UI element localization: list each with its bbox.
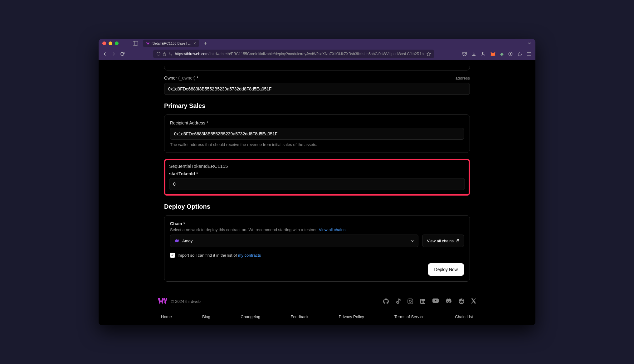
tab-title: [Beta] ERC1155 Base | Publishe xyxy=(152,41,192,45)
footer-link-feedback[interactable]: Feedback xyxy=(290,314,308,319)
start-token-input[interactable] xyxy=(169,178,465,190)
browser-tab[interactable]: [Beta] ERC1155 Base | Publishe × xyxy=(143,40,199,47)
footer: © 2024 thirdweb Home Blog xyxy=(99,288,535,325)
svg-point-26 xyxy=(459,301,460,302)
reddit-icon[interactable] xyxy=(459,298,464,304)
recipient-help: The wallet address that should receive t… xyxy=(170,142,464,147)
svg-rect-2 xyxy=(163,54,166,56)
x-twitter-icon[interactable] xyxy=(471,298,476,304)
partial-box-top xyxy=(164,66,470,70)
svg-point-17 xyxy=(412,300,412,300)
minimize-window-button[interactable] xyxy=(109,41,112,45)
chevron-down-icon xyxy=(411,239,414,243)
copyright-text: © 2024 thirdweb xyxy=(171,299,201,304)
svg-point-16 xyxy=(409,300,412,303)
svg-point-3 xyxy=(169,53,170,54)
github-icon[interactable] xyxy=(383,298,389,304)
primary-sales-box: Recipient Address * The wallet address t… xyxy=(164,114,470,153)
svg-rect-0 xyxy=(133,41,138,46)
svg-rect-15 xyxy=(408,299,413,304)
back-button[interactable] xyxy=(102,51,107,56)
puzzle-icon[interactable] xyxy=(517,51,522,56)
metamask-icon[interactable] xyxy=(490,51,496,56)
svg-point-25 xyxy=(462,301,462,302)
settings-toggle-icon xyxy=(168,52,173,56)
discord-icon[interactable] xyxy=(446,298,452,304)
view-all-chains-button[interactable]: View all chains xyxy=(422,235,464,247)
owner-label: Owner (_owner) * xyxy=(164,75,198,80)
new-tab-button[interactable]: + xyxy=(204,41,207,46)
svg-point-9 xyxy=(510,53,511,55)
download-icon[interactable] xyxy=(471,51,476,56)
maximize-window-button[interactable] xyxy=(115,41,119,45)
svg-point-7 xyxy=(482,52,484,54)
url-text: https://thirdweb.com/thirdweb.eth/ERC115… xyxy=(175,52,424,56)
tab-favicon-icon xyxy=(146,41,150,45)
sidebar-toggle-icon[interactable] xyxy=(133,41,138,46)
url-bar[interactable]: https://thirdweb.com/thirdweb.eth/ERC115… xyxy=(153,50,434,58)
shield-icon xyxy=(156,52,161,56)
svg-rect-20 xyxy=(421,301,422,303)
primary-sales-title: Primary Sales xyxy=(164,102,470,109)
extension-icon-2[interactable] xyxy=(508,51,513,56)
tab-close-icon[interactable]: × xyxy=(193,41,196,46)
footer-link-privacy[interactable]: Privacy Policy xyxy=(339,314,364,319)
tiktok-icon[interactable] xyxy=(396,298,401,304)
menu-icon[interactable] xyxy=(527,51,532,56)
sequential-title: SequentialTokenIdERC1155 xyxy=(169,163,465,169)
deploy-options-box: Chain * Select a network to deploy this … xyxy=(164,215,470,282)
external-link-icon xyxy=(456,239,459,243)
extension-icon-1[interactable]: ◆ xyxy=(500,51,504,56)
my-contracts-link[interactable]: my contracts xyxy=(238,253,261,258)
traffic-lights xyxy=(102,41,119,45)
deploy-now-button[interactable]: Deploy Now xyxy=(428,263,464,276)
chain-select[interactable]: Amoy xyxy=(170,235,418,247)
footer-link-changelog[interactable]: Changelog xyxy=(241,314,260,319)
social-icons xyxy=(383,298,476,304)
bookmark-icon[interactable] xyxy=(427,52,431,56)
owner-field: Owner (_owner) * address xyxy=(164,75,470,95)
chain-value: Amoy xyxy=(182,239,193,243)
toolbar: https://thirdweb.com/thirdweb.eth/ERC115… xyxy=(99,48,535,60)
footer-link-chainlist[interactable]: Chain List xyxy=(455,314,473,319)
pocket-icon[interactable] xyxy=(462,51,467,56)
svg-point-27 xyxy=(463,301,464,302)
view-all-chains-link[interactable]: View all chains xyxy=(319,227,346,232)
owner-input[interactable] xyxy=(164,83,470,95)
linkedin-icon[interactable] xyxy=(420,298,426,304)
chain-label: Chain * xyxy=(170,221,185,226)
footer-link-home[interactable]: Home xyxy=(161,314,172,319)
reload-button[interactable] xyxy=(120,51,125,56)
titlebar: [Beta] ERC1155 Base | Publishe × + xyxy=(99,39,535,48)
import-checkbox[interactable]: ✓ xyxy=(170,253,175,258)
instagram-icon[interactable] xyxy=(407,298,413,304)
sequential-token-section: SequentialTokenIdERC1155 startTokenId * xyxy=(164,159,470,196)
import-label: Import so I can find it in the list of m… xyxy=(178,253,261,258)
account-icon[interactable] xyxy=(481,51,486,56)
chain-icon xyxy=(174,238,180,244)
svg-point-19 xyxy=(421,300,422,301)
thirdweb-logo-icon xyxy=(158,298,167,305)
youtube-icon[interactable] xyxy=(432,298,439,304)
footer-link-blog[interactable]: Blog xyxy=(202,314,210,319)
svg-point-5 xyxy=(171,55,172,56)
tabs-dropdown-icon[interactable] xyxy=(527,41,532,46)
footer-links: Home Blog Changelog Feedback Privacy Pol… xyxy=(158,314,476,322)
page-content: Owner (_owner) * address Primary Sales R… xyxy=(99,60,535,325)
recipient-label: Recipient Address * xyxy=(170,120,208,125)
forward-button[interactable] xyxy=(111,51,116,56)
owner-type-hint: address xyxy=(456,76,470,80)
start-token-label: startTokenId * xyxy=(169,171,198,176)
svg-point-24 xyxy=(461,301,461,302)
deploy-options-title: Deploy Options xyxy=(164,203,470,210)
chain-help: Select a network to deploy this contract… xyxy=(170,227,464,232)
footer-link-terms[interactable]: Terms of Service xyxy=(394,314,425,319)
close-window-button[interactable] xyxy=(102,41,106,45)
recipient-input[interactable] xyxy=(170,128,464,140)
lock-icon xyxy=(163,52,166,56)
browser-window: [Beta] ERC1155 Base | Publishe × + https… xyxy=(99,39,535,325)
import-checkbox-row[interactable]: ✓ Import so I can find it in the list of… xyxy=(170,253,464,258)
